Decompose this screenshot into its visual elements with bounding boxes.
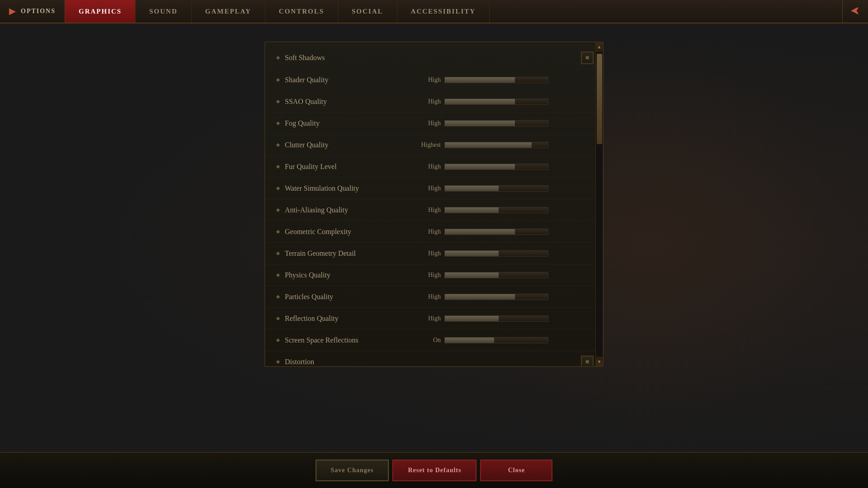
scrollbar-up-button[interactable]: ▲ <box>596 42 603 52</box>
setting-slider-anti-aliasing[interactable] <box>444 207 548 213</box>
close-button[interactable]: Close <box>480 460 552 481</box>
reset-button[interactable]: Reset to Defaults <box>392 460 476 481</box>
setting-row-fog-quality: Fog QualityHigh <box>265 113 603 134</box>
settings-panel: Soft ShadowsShader QualityHighSSAO Quali… <box>264 42 604 367</box>
setting-indicator-icon <box>276 56 280 60</box>
setting-value-fog-quality: High <box>411 120 441 127</box>
setting-indicator-icon <box>276 208 280 211</box>
save-button[interactable]: Save Changes <box>316 460 389 481</box>
setting-indicator-icon <box>276 186 280 190</box>
setting-slider-clutter-quality[interactable] <box>444 142 548 148</box>
setting-row-geometric-complexity: Geometric ComplexityHigh <box>265 221 603 243</box>
setting-value-geometric-complexity: High <box>411 228 441 235</box>
nav-tab-social[interactable]: SOCIAL <box>338 0 397 23</box>
setting-row-distortion: Distortion <box>265 351 603 366</box>
scrollbar: ▲ ▼ <box>595 42 603 366</box>
setting-row-water-simulation: Water Simulation QualityHigh <box>265 178 603 199</box>
setting-row-clutter-quality: Clutter QualityHighest <box>265 134 603 156</box>
nav-tabs: GRAPHICSSOUNDGAMEPLAYCONTROLSSOCIALACCES… <box>65 0 842 23</box>
setting-value-clutter-quality: Highest <box>411 141 441 149</box>
setting-slider-particles-quality[interactable] <box>444 294 548 300</box>
settings-list: Soft ShadowsShader QualityHighSSAO Quali… <box>265 42 603 366</box>
setting-indicator-icon <box>276 164 280 168</box>
setting-row-fur-quality: Fur Quality LevelHigh <box>265 156 603 178</box>
setting-value-physics-quality: High <box>411 272 441 279</box>
nav-tab-sound[interactable]: SOUND <box>136 0 192 23</box>
setting-label-particles-quality: Particles Quality <box>285 293 411 301</box>
setting-label-water-simulation: Water Simulation Quality <box>285 184 411 192</box>
setting-label-fur-quality: Fur Quality Level <box>285 163 411 171</box>
setting-label-distortion: Distortion <box>285 358 411 366</box>
setting-checkbox-distortion[interactable] <box>581 356 594 366</box>
setting-row-terrain-geometry: Terrain Geometry DetailHigh <box>265 243 603 264</box>
setting-indicator-icon <box>276 78 280 81</box>
setting-indicator-icon <box>276 273 280 277</box>
setting-value-ssao-quality: High <box>411 98 441 105</box>
setting-slider-fog-quality[interactable] <box>444 120 548 127</box>
setting-row-reflection-quality: Reflection QualityHigh <box>265 308 603 329</box>
setting-label-clutter-quality: Clutter Quality <box>285 141 411 149</box>
setting-label-physics-quality: Physics Quality <box>285 271 411 279</box>
setting-value-reflection-quality: High <box>411 315 441 322</box>
setting-slider-geometric-complexity[interactable] <box>444 229 548 235</box>
setting-slider-screen-space-reflections[interactable] <box>444 337 548 343</box>
setting-value-anti-aliasing: High <box>411 206 441 214</box>
setting-value-shader-quality: High <box>411 76 441 84</box>
setting-label-soft-shadows: Soft Shadows <box>285 54 411 62</box>
setting-row-soft-shadows: Soft Shadows <box>265 47 603 69</box>
nav-tab-gameplay[interactable]: GAMEPLAY <box>192 0 265 23</box>
setting-value-terrain-geometry: High <box>411 250 441 257</box>
setting-value-fur-quality: High <box>411 163 441 170</box>
setting-slider-shader-quality[interactable] <box>444 77 548 83</box>
setting-row-ssao-quality: SSAO QualityHigh <box>265 91 603 113</box>
back-arrow-icon: ▶ <box>9 6 16 16</box>
setting-row-shader-quality: Shader QualityHigh <box>265 69 603 91</box>
scrollbar-down-button[interactable]: ▼ <box>596 357 603 366</box>
setting-label-shader-quality: Shader Quality <box>285 76 411 84</box>
setting-value-particles-quality: High <box>411 293 441 300</box>
bottom-bar: Save Changes Reset to Defaults Close <box>0 452 868 488</box>
setting-indicator-icon <box>276 316 280 320</box>
setting-indicator-icon <box>276 338 280 342</box>
setting-value-screen-space-reflections: On <box>411 337 441 344</box>
setting-slider-water-simulation[interactable] <box>444 185 548 192</box>
setting-indicator-icon <box>276 251 280 255</box>
nav-tab-controls[interactable]: CONTROLS <box>265 0 338 23</box>
setting-slider-reflection-quality[interactable] <box>444 315 548 322</box>
setting-indicator-icon <box>276 99 280 103</box>
top-nav: ▶ OPTIONS GRAPHICSSOUNDGAMEPLAYCONTROLSS… <box>0 0 868 23</box>
setting-row-physics-quality: Physics QualityHigh <box>265 264 603 286</box>
setting-slider-physics-quality[interactable] <box>444 272 548 278</box>
setting-slider-terrain-geometry[interactable] <box>444 250 548 257</box>
setting-indicator-icon <box>276 295 280 298</box>
setting-slider-ssao-quality[interactable] <box>444 99 548 105</box>
setting-label-terrain-geometry: Terrain Geometry Detail <box>285 249 411 258</box>
nav-close-button[interactable]: ⮜ <box>842 0 868 23</box>
setting-row-anti-aliasing: Anti-Aliasing QualityHigh <box>265 199 603 221</box>
setting-label-fog-quality: Fog Quality <box>285 119 411 127</box>
nav-tab-accessibility[interactable]: ACCESSIBILITY <box>397 0 490 23</box>
back-button[interactable]: ▶ OPTIONS <box>0 0 65 23</box>
main-content: Soft ShadowsShader QualityHighSSAO Quali… <box>0 23 868 452</box>
setting-label-anti-aliasing: Anti-Aliasing Quality <box>285 206 411 214</box>
setting-label-geometric-complexity: Geometric Complexity <box>285 228 411 236</box>
back-label: OPTIONS <box>21 8 56 15</box>
setting-label-reflection-quality: Reflection Quality <box>285 314 411 323</box>
setting-label-ssao-quality: SSAO Quality <box>285 98 411 106</box>
setting-slider-fur-quality[interactable] <box>444 164 548 170</box>
settings-scroll-area: Soft ShadowsShader QualityHighSSAO Quali… <box>265 42 603 366</box>
setting-indicator-icon <box>276 230 280 233</box>
scrollbar-thumb[interactable] <box>597 54 602 144</box>
setting-label-screen-space-reflections: Screen Space Reflections <box>285 336 411 344</box>
nav-tab-graphics[interactable]: GRAPHICS <box>65 0 136 23</box>
setting-indicator-icon <box>276 121 280 125</box>
setting-row-particles-quality: Particles QualityHigh <box>265 286 603 308</box>
setting-indicator-icon <box>276 143 280 146</box>
setting-value-water-simulation: High <box>411 185 441 192</box>
setting-row-screen-space-reflections: Screen Space ReflectionsOn <box>265 329 603 351</box>
setting-checkbox-soft-shadows[interactable] <box>581 52 594 64</box>
setting-indicator-icon <box>276 360 280 364</box>
